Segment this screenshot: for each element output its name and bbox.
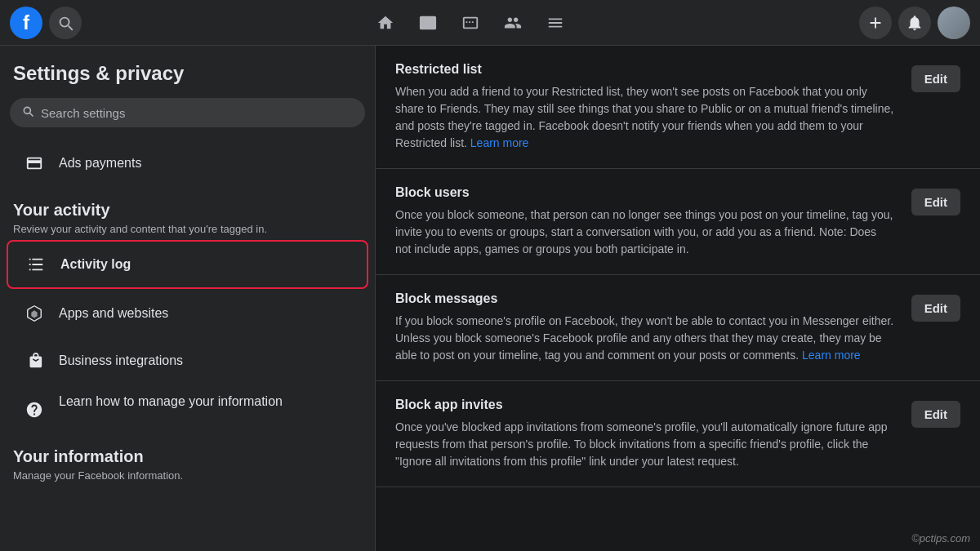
user-avatar[interactable] (938, 7, 970, 39)
block-messages-learn-more[interactable]: Learn more (802, 349, 861, 362)
block-app-invites-title: Block app invites (395, 398, 895, 412)
nav-watch-button[interactable] (408, 3, 448, 42)
sidebar-item-learn[interactable]: Learn how to manage your information (7, 385, 368, 433)
nav-notifications-button[interactable] (898, 7, 931, 39)
content-item-block-app-invites: Block app invites Once you've blocked ap… (376, 381, 980, 487)
block-app-invites-edit-button[interactable]: Edit (911, 401, 960, 428)
sidebar-item-activity-log-label: Activity log (60, 257, 131, 272)
block-users-desc: Once you block someone, that person can … (395, 207, 895, 258)
block-app-invites-desc: Once you've blocked app invitations from… (395, 419, 895, 470)
sidebar-title: Settings & privacy (0, 46, 375, 98)
block-messages-title: Block messages (395, 291, 895, 306)
facebook-logo[interactable]: f (10, 7, 42, 39)
your-activity-title: Your activity (13, 201, 362, 220)
nav-add-button[interactable] (859, 7, 892, 39)
sidebar-item-business-integrations-label: Business integrations (59, 353, 183, 368)
nav-search-button[interactable] (49, 7, 82, 39)
search-icon (56, 14, 74, 32)
block-users-edit-button[interactable]: Edit (911, 189, 960, 216)
your-activity-subtitle: Review your activity and content that yo… (13, 223, 362, 235)
activity-log-icon (21, 250, 51, 279)
nav-right-actions (859, 7, 970, 39)
nav-marketplace-button[interactable] (451, 3, 490, 42)
question-mark-icon (20, 395, 49, 424)
block-app-invites-body: Block app invites Once you've blocked ap… (395, 398, 895, 470)
restricted-list-title: Restricted list (395, 62, 895, 77)
nav-home-button[interactable] (366, 3, 405, 42)
content-item-block-messages: Block messages If you block someone's pr… (376, 275, 980, 381)
block-messages-edit-button[interactable]: Edit (911, 295, 960, 322)
sidebar-item-activity-log[interactable]: Activity log (7, 240, 368, 289)
restricted-list-desc: When you add a friend to your Restricted… (395, 83, 895, 152)
search-icon-sidebar (21, 104, 34, 121)
sidebar-item-apps-websites[interactable]: Apps and websites (7, 291, 368, 336)
sidebar-item-business-integrations[interactable]: Business integrations (7, 338, 368, 384)
block-messages-desc: If you block someone's profile on Facebo… (395, 313, 895, 364)
credit-card-icon (20, 149, 49, 178)
nav-groups-button[interactable] (493, 3, 532, 42)
your-information-section-header: Your information Manage your Facebook in… (0, 434, 375, 485)
search-settings-placeholder: Search settings (41, 106, 125, 120)
content-area: Restricted list When you add a friend to… (376, 46, 980, 551)
restricted-list-edit-button[interactable]: Edit (911, 65, 960, 92)
content-item-restricted-list: Restricted list When you add a friend to… (376, 46, 980, 169)
watermark: ©pctips.com (911, 532, 970, 544)
content-item-block-users: Block users Once you block someone, that… (376, 169, 980, 275)
restricted-list-body: Restricted list When you add a friend to… (395, 62, 895, 152)
your-information-subtitle: Manage your Facebook information. (13, 469, 362, 482)
nav-center-icons (88, 3, 853, 42)
sidebar-item-apps-websites-label: Apps and websites (59, 306, 168, 321)
nav-menu-button[interactable] (536, 3, 575, 42)
sidebar-item-learn-label: Learn how to manage your information (59, 393, 283, 411)
restricted-list-learn-more[interactable]: Learn more (470, 136, 529, 149)
sidebar-item-ads-payments-label: Ads payments (59, 156, 141, 171)
search-settings-bar[interactable]: Search settings (10, 98, 365, 127)
block-messages-body: Block messages If you block someone's pr… (395, 291, 895, 364)
apps-websites-icon (20, 299, 49, 328)
business-icon (20, 346, 49, 375)
sidebar: Settings & privacy Search settings Ads p… (0, 46, 376, 551)
your-information-title: Your information (13, 447, 362, 466)
block-users-body: Block users Once you block someone, that… (395, 185, 895, 258)
main-layout: Settings & privacy Search settings Ads p… (0, 46, 980, 551)
block-users-title: Block users (395, 185, 895, 200)
top-nav: f (0, 0, 980, 46)
your-activity-section-header: Your activity Review your activity and c… (0, 188, 375, 238)
sidebar-item-ads-payments[interactable]: Ads payments (7, 140, 368, 186)
